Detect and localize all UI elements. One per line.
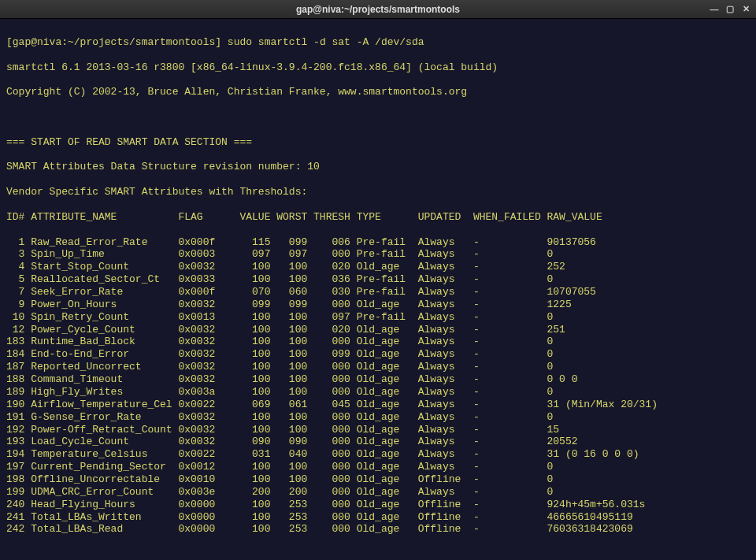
section-start: === START OF READ SMART DATA SECTION === [6,136,750,149]
table-row: 197 Current_Pending_Sector 0x0012 100 10… [6,461,750,473]
close-icon[interactable]: ✕ [739,3,753,16]
table-body: 1 Raw_Read_Error_Rate 0x000f 115 099 006… [6,236,750,536]
table-row: 183 Runtime_Bad_Block 0x0032 100 100 000… [6,336,750,348]
table-row: 4 Start_Stop_Count 0x0032 100 100 020 Ol… [6,261,750,273]
table-row: 193 Load_Cycle_Count 0x0032 090 090 000 … [6,436,750,448]
terminal-body[interactable]: [gap@niva:~/projects/smartmontools] sudo… [0,19,756,560]
table-row: 199 UDMA_CRC_Error_Count 0x003e 200 200 … [6,486,750,499]
table-row: 190 Airflow_Temperature_Cel 0x0022 069 0… [6,399,750,411]
table-row: 12 Power_Cycle_Count 0x0032 100 100 020 … [6,324,750,336]
section-vendor: Vendor Specific SMART Attributes with Th… [6,186,750,198]
table-row: 7 Seek_Error_Rate 0x000f 070 060 030 Pre… [6,286,750,299]
table-row: 240 Head_Flying_Hours 0x0000 100 253 000… [6,499,750,511]
table-row: 188 Command_Timeout 0x0032 100 100 000 O… [6,373,750,386]
info-line-2: Copyright (C) 2002-13, Bruce Allen, Chri… [6,86,750,98]
section-rev: SMART Attributes Data Structure revision… [6,161,750,173]
table-row: 184 End-to-End_Error 0x0032 100 100 099 … [6,348,750,361]
window-title: gap@niva:~/projects/smartmontools [296,4,460,15]
table-row: 3 Spin_Up_Time 0x0003 097 097 000 Pre-fa… [6,248,750,261]
table-row: 5 Reallocated_Sector_Ct 0x0033 100 100 0… [6,273,750,286]
table-row: 1 Raw_Read_Error_Rate 0x000f 115 099 006… [6,236,750,249]
table-row: 191 G-Sense_Error_Rate 0x0032 100 100 00… [6,411,750,424]
table-row: 241 Total_LBAs_Written 0x0000 100 253 00… [6,511,750,524]
prompt: [gap@niva:~/projects/smartmontools] [6,36,228,48]
info-line-1: smartctl 6.1 2013-03-16 r3800 [x86_64-li… [6,61,750,74]
table-row: 194 Temperature_Celsius 0x0022 031 040 0… [6,448,750,461]
minimize-icon[interactable]: — [707,3,721,16]
command: sudo smartctl -d sat -A /dev/sda [228,36,424,48]
table-row: 9 Power_On_Hours 0x0032 099 099 000 Old_… [6,299,750,311]
window-titlebar: gap@niva:~/projects/smartmontools — ▢ ✕ [0,0,756,19]
table-row: 242 Total_LBAs_Read 0x0000 100 253 000 O… [6,523,750,536]
table-header: ID# ATTRIBUTE_NAME FLAG VALUE WORST THRE… [6,211,750,224]
table-row: 192 Power-Off_Retract_Count 0x0032 100 1… [6,424,750,436]
maximize-icon[interactable]: ▢ [723,3,737,16]
table-row: 187 Reported_Uncorrect 0x0032 100 100 00… [6,361,750,373]
table-row: 198 Offline_Uncorrectable 0x0010 100 100… [6,473,750,486]
window-controls: — ▢ ✕ [707,3,753,16]
table-row: 189 High_Fly_Writes 0x003a 100 100 000 O… [6,386,750,399]
table-row: 10 Spin_Retry_Count 0x0013 100 100 097 P… [6,311,750,324]
